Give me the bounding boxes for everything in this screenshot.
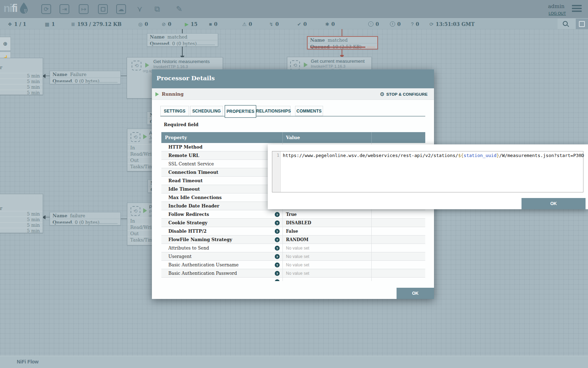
name-label: Name: [52, 72, 67, 77]
connection-line: [120, 219, 127, 219]
connection-label[interactable]: NameFailureQueued0 (0 bytes): [50, 71, 121, 84]
column-divider-2: [371, 219, 372, 227]
property-name: SSL Context Service: [161, 161, 214, 166]
property-row[interactable]: Disable HTTP/2?False: [161, 227, 425, 236]
help-icon[interactable]: ?: [275, 279, 280, 281]
process-group-icon[interactable]: [98, 4, 108, 14]
label-icon[interactable]: ✎: [174, 4, 184, 14]
stat-duration: 5 min: [27, 228, 40, 233]
breadcrumb[interactable]: NiFi Flow: [17, 359, 38, 364]
processor-icon[interactable]: ⟳: [41, 4, 51, 14]
property-row[interactable]: Cookie Strategy?DISABLED: [161, 219, 425, 227]
column-divider-2: [371, 236, 372, 244]
help-icon[interactable]: ?: [275, 220, 280, 225]
status-value-active-threads: 1: [51, 21, 55, 27]
url-segment-bracket: ${: [458, 153, 464, 158]
logout-link[interactable]: LOG OUT: [548, 11, 566, 15]
processor-title: Get current measurement: [311, 59, 365, 64]
operate-palette-button[interactable]: [576, 19, 588, 29]
property-row[interactable]: ?: [161, 278, 425, 281]
stat-label: Out: [127, 231, 139, 236]
stat-duration: 5 min: [27, 79, 40, 84]
queued-flowfiles-icon: ≣: [71, 22, 75, 27]
search-icon[interactable]: [563, 21, 568, 26]
property-value-unset: No value set: [286, 254, 309, 259]
stop-and-configure-button[interactable]: ⚙ STOP & CONFIGURE: [380, 91, 428, 97]
property-name: Include Date Header: [161, 203, 219, 209]
stale-versioned-icon: ↑: [368, 21, 373, 27]
global-menu-icon[interactable]: [572, 5, 582, 12]
property-row[interactable]: FlowFile Naming Strategy?RANDOM: [161, 236, 425, 244]
tab-settings[interactable]: SETTINGS: [160, 106, 189, 116]
template-icon[interactable]: ⧉: [152, 4, 162, 14]
status-value-not-transmitting-ports: 0: [168, 21, 172, 27]
funnel-icon[interactable]: ⋎: [135, 4, 145, 14]
property-name: Disable HTTP/2: [161, 229, 206, 234]
locally-modified-versioned-icon: ✱: [325, 22, 329, 27]
connection-label[interactable]: NamefailureQueued0 (0 bytes): [50, 212, 121, 225]
dialog-header: Processor Details: [152, 69, 434, 88]
column-divider-2: [371, 227, 372, 235]
property-name: Max Idle Connections: [161, 195, 222, 200]
help-icon[interactable]: ?: [275, 229, 280, 234]
value-editor-popup: 1 https://www.pegelonline.wsv.de/webserv…: [268, 144, 588, 209]
stat-label: In: [127, 145, 135, 150]
queued-percent-bar: [150, 45, 170, 45]
property-value: RANDOM: [286, 237, 308, 242]
property-row[interactable]: Follow Redirects?True: [161, 210, 425, 219]
editor-ok-button[interactable]: OK: [522, 198, 586, 209]
expression-editor[interactable]: 1 https://www.pegelonline.wsv.de/webserv…: [272, 151, 583, 192]
tab-relationships[interactable]: RELATIONSHIPS: [257, 106, 290, 116]
processor[interactable]: r5 min5 min5 min5 min: [0, 194, 43, 233]
refresh-icon[interactable]: ⟳: [429, 22, 434, 27]
connection-label[interactable]: NamematchedQueued0 (0 bytes): [147, 33, 218, 47]
status-item-invalid-components: ⚠0: [242, 19, 252, 29]
queued-label: Queued: [150, 41, 169, 46]
input-port-icon[interactable]: ⇥: [59, 4, 69, 14]
property-row[interactable]: Basic Authentication Password?No value s…: [161, 269, 425, 278]
help-icon[interactable]: ?: [275, 237, 280, 242]
property-name: Attributes to Send: [161, 245, 209, 251]
processor-type: InvokeHTTP 1.16.3: [153, 64, 188, 69]
property-row[interactable]: Useragent?No value set: [161, 252, 425, 261]
remote-process-group-icon[interactable]: ☁: [116, 4, 126, 14]
property-row[interactable]: Basic Authentication Username?No value s…: [161, 261, 425, 269]
help-icon[interactable]: ?: [275, 246, 280, 251]
help-icon[interactable]: ?: [275, 271, 280, 276]
tab-scheduling[interactable]: SCHEDULING: [190, 106, 223, 116]
column-divider: [282, 227, 283, 235]
required-field-note: Required field: [164, 122, 198, 127]
processor-stat-row: 5 min: [0, 79, 43, 84]
value-column-header: Value: [282, 135, 300, 140]
processor-stat-row: 5 min: [0, 211, 43, 217]
queued-value: 0 (0 bytes): [172, 41, 197, 46]
size-percent-bar: [86, 82, 118, 83]
property-row[interactable]: Attributes to Send?No value set: [161, 244, 425, 252]
help-icon[interactable]: ?: [275, 254, 280, 259]
breadcrumb-bar: NiFi Flow: [0, 356, 588, 368]
status-item-not-transmitting-ports: ⊘0: [162, 19, 171, 29]
tab-comments[interactable]: COMMENTS: [295, 106, 323, 116]
processor[interactable]: r5 min5 min5 min5 min: [0, 58, 43, 95]
queued-percent-bar: [53, 223, 73, 224]
tab-properties[interactable]: PROPERTIES: [225, 105, 256, 118]
remote-url-value[interactable]: https://www.pegelonline.wsv.de/webservic…: [283, 153, 584, 158]
status-item-clustered-nodes: ❖1 / 1: [8, 19, 26, 29]
nifi-application: nifi ⟳⇥↦☁⋎⧉✎ admin LOG OUT ❖1 / 1▦1≣193 …: [0, 0, 588, 368]
connection-queued-row: Queued0 (0 bytes): [50, 78, 120, 84]
status-item-locally-modified-versioned: ✱0: [325, 19, 335, 29]
column-divider: [282, 236, 283, 244]
help-icon[interactable]: ?: [275, 212, 280, 217]
help-icon[interactable]: ?: [275, 263, 280, 267]
processor-stat-row: 5 min: [0, 73, 43, 79]
output-port-icon[interactable]: ↦: [79, 4, 89, 14]
stat-duration: 5 min: [27, 223, 40, 228]
navigate-button[interactable]: ⊕: [0, 37, 11, 51]
name-value: failure: [70, 213, 85, 218]
dialog-ok-button[interactable]: OK: [397, 288, 434, 299]
status-item-sync-failure-versioned: ?0: [411, 19, 419, 29]
last-refreshed: ⟳ 13:51:03 GMT: [429, 19, 475, 29]
transmitting-ports-icon: ◎: [138, 22, 142, 27]
run-triangle-icon: [304, 62, 308, 67]
connection-label[interactable]: NamematchedQueued10 (2.53 KB): [307, 36, 378, 49]
